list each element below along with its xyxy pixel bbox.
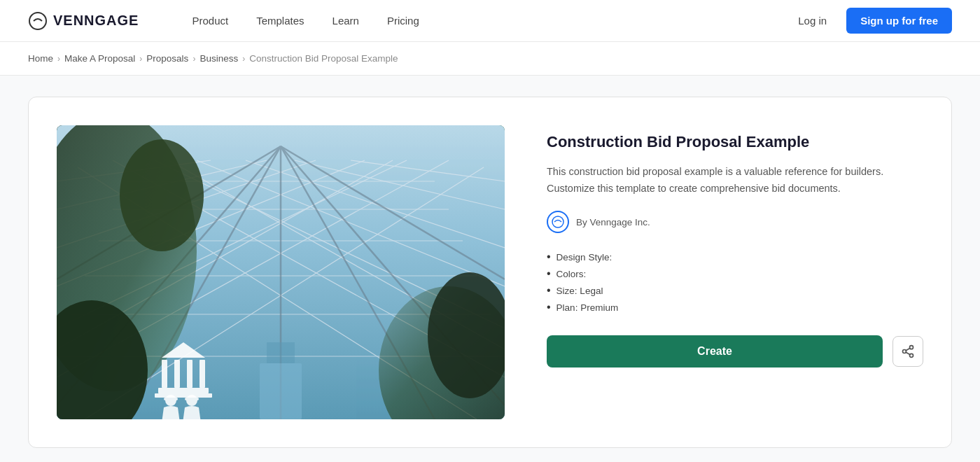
template-image-wrapper (57, 125, 505, 419)
svg-rect-40 (187, 360, 192, 388)
navbar: VENNGAGE Product Templates Learn Pricing… (0, 0, 980, 42)
svg-point-0 (29, 13, 46, 29)
svg-point-35 (120, 139, 204, 251)
meta-colors: Colors: (547, 265, 923, 282)
venngage-author-icon (551, 215, 565, 229)
breadcrumb-sep-3: › (192, 54, 195, 64)
nav-links: Product Templates Learn Pricing (181, 9, 787, 32)
author-row: By Venngage Inc. (547, 211, 923, 233)
template-description: This construction bid proposal example i… (547, 164, 923, 197)
breadcrumb-business[interactable]: Business (200, 53, 238, 64)
author-avatar (547, 211, 569, 233)
breadcrumb: Home › Make A Proposal › Proposals › Bus… (28, 53, 952, 64)
breadcrumb-sep-4: › (242, 54, 245, 64)
author-name: By Venngage Inc. (576, 217, 650, 227)
meta-plan: Plan: Premium (547, 299, 923, 316)
breadcrumb-bar: Home › Make A Proposal › Proposals › Bus… (0, 42, 980, 76)
svg-rect-38 (162, 360, 167, 388)
nav-actions: Log in Sign up for free (787, 8, 952, 34)
nav-learn[interactable]: Learn (321, 9, 370, 32)
main-content: Construction Bid Proposal Example This c… (0, 76, 980, 462)
svg-rect-32 (267, 342, 295, 363)
svg-line-54 (906, 349, 910, 351)
svg-line-53 (906, 353, 910, 355)
meta-size: Size: Legal (547, 282, 923, 299)
svg-rect-43 (158, 388, 209, 393)
svg-rect-39 (174, 360, 180, 388)
svg-rect-48 (185, 398, 199, 400)
login-button[interactable]: Log in (787, 9, 838, 32)
breadcrumb-sep-1: › (57, 54, 60, 64)
svg-rect-46 (164, 398, 178, 400)
svg-rect-41 (200, 360, 205, 388)
breadcrumb-make-proposal[interactable]: Make A Proposal (64, 53, 135, 64)
svg-rect-31 (260, 363, 302, 419)
breadcrumb-sep-2: › (139, 54, 142, 64)
nav-templates[interactable]: Templates (245, 9, 315, 32)
brand-name: VENNGAGE (53, 13, 139, 29)
svg-rect-44 (155, 393, 212, 398)
template-title: Construction Bid Proposal Example (547, 132, 923, 153)
template-info: Construction Bid Proposal Example This c… (547, 125, 923, 368)
nav-product[interactable]: Product (181, 9, 239, 32)
signup-button[interactable]: Sign up for free (846, 8, 952, 34)
template-image-bg (57, 125, 505, 419)
breadcrumb-current: Construction Bid Proposal Example (249, 53, 398, 64)
venngage-logo-icon (28, 11, 48, 31)
nav-pricing[interactable]: Pricing (376, 9, 430, 32)
breadcrumb-home[interactable]: Home (28, 53, 53, 64)
action-row: Create (547, 335, 923, 368)
template-card: Construction Bid Proposal Example This c… (28, 97, 952, 448)
share-button[interactable] (892, 336, 923, 367)
meta-design-style: Design Style: (547, 248, 923, 265)
svg-point-49 (552, 216, 564, 227)
share-icon (901, 344, 915, 358)
breadcrumb-proposals[interactable]: Proposals (146, 53, 188, 64)
glass-roof-svg (57, 125, 505, 419)
create-button[interactable]: Create (547, 335, 883, 368)
logo-link[interactable]: VENNGAGE (28, 11, 139, 31)
meta-list: Design Style: Colors: Size: Legal Plan: … (547, 248, 923, 316)
